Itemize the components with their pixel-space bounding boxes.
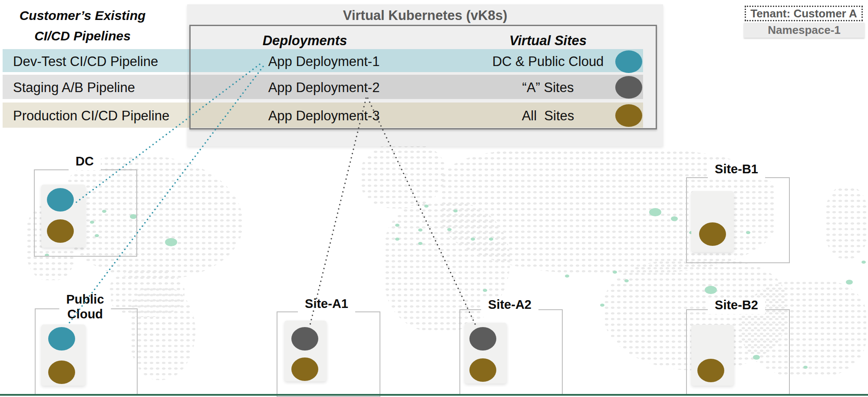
site-a2-olive-dot [469,358,496,382]
namespace-label: Namespace-1 [768,23,841,37]
site-label-public-cloud: Public Cloud [59,292,111,323]
virtual-sites-column-header: Virtual Sites [483,33,613,49]
left-panel-title: Customer’s Existing CI/CD Pipelines [17,5,148,46]
public-cloud-teal-dot [48,327,75,351]
site-label-site-b1: Site-B1 [708,162,765,178]
site-b2-olive-dot [697,359,724,382]
site-label-site-a2: Site-A2 [481,297,538,314]
left-title-line2: CI/CD Pipelines [34,29,131,43]
public-cloud-label-line2: Cloud [66,307,104,321]
pipeline-label-dev-test: Dev-Test CI/CD Pipeline [13,54,158,69]
dc-olive-dot [47,219,74,243]
tenant-label: Tenant: Customer A [750,7,857,20]
namespace-badge: Namespace-1 [744,23,865,38]
deployment-3-label: App Deployment-3 [243,108,405,124]
bottom-rule [0,394,868,396]
pipeline-label-production: Production CI/CD Pipeline [13,108,169,124]
site-label-site-b2: Site-B2 [708,298,765,314]
site-b1-olive-dot [699,222,726,246]
site-a1-olive-dot [291,357,318,381]
dc-teal-dot [47,188,74,212]
site-label-dc: DC [69,154,101,170]
virtual-sites-2-label: “A” Sites [473,80,623,96]
site-a1-gray-dot [291,327,318,351]
public-cloud-label-line1: Public [66,292,104,307]
virtual-sites-1-label: DC & Public Cloud [473,54,623,69]
virtual-sites-3-label: All Sites [473,108,623,124]
vk8s-panel-title: Virtual Kubernetes (vK8s) [187,8,663,23]
deployment-2-label: App Deployment-2 [243,80,405,96]
site-label-site-a1: Site-A1 [298,296,355,313]
deployment-1-color-dot [615,50,642,73]
deployment-3-color-dot [615,104,642,127]
deployments-column-header: Deployments [240,33,370,49]
deployment-1-label: App Deployment-1 [243,54,405,69]
diagram-canvas: Customer’s Existing CI/CD Pipelines Virt… [0,0,868,397]
left-title-line1: Customer’s Existing [20,8,146,23]
site-a2-gray-dot [469,327,496,351]
tenant-badge: Tenant: Customer A [745,6,863,21]
public-cloud-olive-dot [48,361,75,384]
deployment-2-color-dot [615,76,642,99]
pipeline-label-staging: Staging A/B Pipeline [13,80,135,96]
